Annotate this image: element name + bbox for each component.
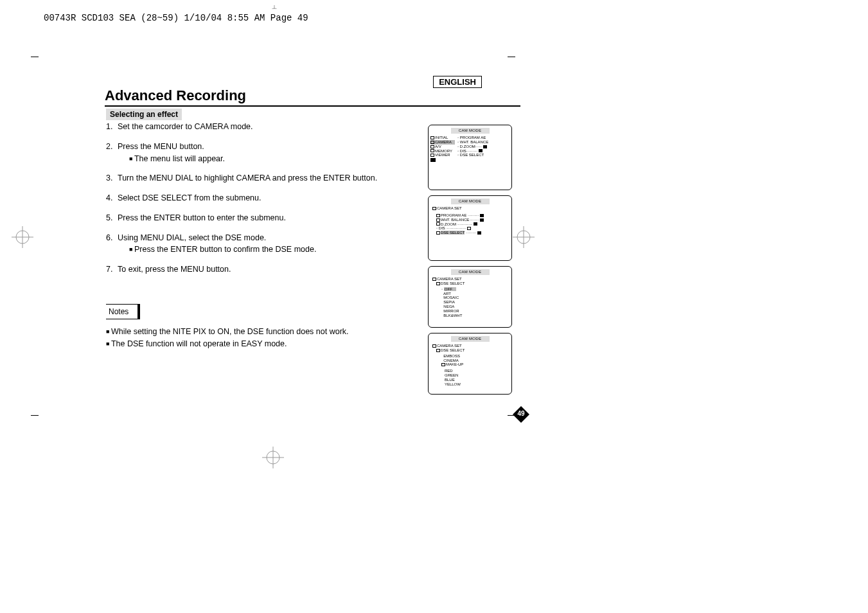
instruction-step: 6.Using MENU DIAL, select the DSE mode.P…	[106, 232, 414, 256]
screen-title: CAM MODE	[451, 336, 490, 342]
menu-header: CAMERA SET	[430, 206, 509, 211]
dse-option: MOSAIC	[430, 296, 509, 300]
page-number-badge: 49	[513, 406, 529, 423]
dse-suboption: BLUE	[430, 378, 509, 382]
print-slug: 00743R SCD103 SEA (28~59) 1/10/04 8:55 A…	[44, 13, 308, 23]
menu-item: MEMORY	[430, 149, 455, 154]
submenu-item: ◦ PROGRAM AE	[457, 136, 509, 140]
submenu-item: WHT. BALANCE·············	[430, 218, 509, 222]
dse-option: MAKE-UP	[430, 362, 509, 367]
instruction-step: 5.Press the ENTER button to enter the su…	[106, 212, 414, 224]
language-badge: ENGLISH	[433, 76, 482, 88]
note-item: The DSE function will not operate in EAS…	[106, 338, 414, 350]
registration-mark-icon	[513, 226, 535, 248]
submenu-item: ◦ DSE SELECT	[457, 153, 509, 157]
submenu-item: ◦ DIS ··························	[430, 226, 509, 231]
dse-option: SEPIA	[430, 300, 509, 305]
crop-mark	[31, 415, 39, 416]
submenu-item: ◦ DIS···············	[457, 149, 509, 154]
note-item: While setting the NITE PIX to ON, the DS…	[106, 326, 414, 338]
cam-menu-screen-3: CAM MODE CAMERA SET DSE SELECT ◦ OFF ART…	[428, 266, 512, 328]
cam-menu-screen-1: CAM MODE INITIAL CAMERA A/V MEMORY VIEWE…	[428, 125, 512, 190]
crop-mark	[31, 57, 39, 57]
manual-page: ENGLISH Advanced Recording Selecting an …	[39, 9, 508, 427]
dse-option: EMBOSS	[430, 354, 509, 359]
submenu-item-selected: DSE SELECT ··············	[430, 231, 509, 235]
instruction-step: 7.To exit, press the MENU button.	[106, 263, 414, 276]
dse-suboption: GREEN	[430, 373, 509, 378]
page-number: 49	[513, 410, 529, 417]
dse-option: CINEMA	[430, 359, 509, 363]
menu-header: CAMERA SET	[430, 277, 509, 281]
menu-subheader: DSE SELECT	[430, 348, 509, 353]
dse-option: ART	[430, 292, 509, 296]
menu-item: INITIAL	[430, 136, 455, 140]
instruction-step: 4.Select DSE SELECT from the submenu.	[106, 192, 414, 204]
instruction-sub-bullet: The menu list will appear.	[118, 153, 414, 165]
menu-item: VIEWER	[430, 153, 455, 157]
instruction-column: 1.Set the camcorder to CAMERA mode.2.Pre…	[106, 121, 414, 350]
section-heading: Selecting an effect	[106, 109, 182, 120]
dse-suboption: RED	[430, 369, 509, 373]
title-rule	[105, 105, 520, 107]
crop-mark	[508, 57, 515, 57]
menu-item-selected: CAMERA	[430, 140, 455, 145]
submenu-item: D.ZOOM ····················	[430, 222, 509, 227]
submenu-item: ◦ D.ZOOM·········	[457, 145, 509, 149]
screen-title: CAM MODE	[451, 199, 490, 204]
instruction-step: 2.Press the MENU button.The menu list wi…	[106, 141, 414, 165]
submenu-item: PROGRAM AE ···············	[430, 213, 509, 218]
cam-menu-screen-4: CAM MODE CAMERA SET DSE SELECT EMBOSS CI…	[428, 333, 512, 395]
instruction-sub-bullet: Press the ENTER button to confirm the DS…	[118, 244, 414, 256]
page-title: Advanced Recording	[105, 87, 246, 104]
menu-subheader: DSE SELECT	[430, 281, 509, 286]
instruction-step: 1.Set the camcorder to CAMERA mode.	[106, 121, 414, 133]
menu-item: A/V	[430, 145, 455, 149]
dse-suboption: YELLOW	[430, 382, 509, 387]
screen-title: CAM MODE	[451, 128, 490, 134]
registration-mark-icon	[12, 226, 33, 248]
dse-option: BLK&WHT	[430, 314, 509, 318]
return-icon	[430, 158, 436, 162]
registration-mark-icon	[262, 447, 284, 468]
instruction-step: 3.Turn the MENU DIAL to highlight CAMERA…	[106, 172, 414, 184]
screen-title: CAM MODE	[451, 269, 490, 275]
dse-option-selected: ◦ OFF	[430, 287, 509, 292]
dse-option: NEGA	[430, 305, 509, 309]
cam-menu-screen-2: CAM MODE CAMERA SET PROGRAM AE ·········…	[428, 195, 512, 261]
notes-heading: Notes	[106, 304, 140, 319]
menu-screens-column: CAM MODE INITIAL CAMERA A/V MEMORY VIEWE…	[428, 125, 515, 400]
dse-option: MIRROR	[430, 309, 509, 314]
submenu-item: ◦ WHT. BALANCE	[457, 140, 509, 145]
menu-header: CAMERA SET	[430, 344, 509, 348]
